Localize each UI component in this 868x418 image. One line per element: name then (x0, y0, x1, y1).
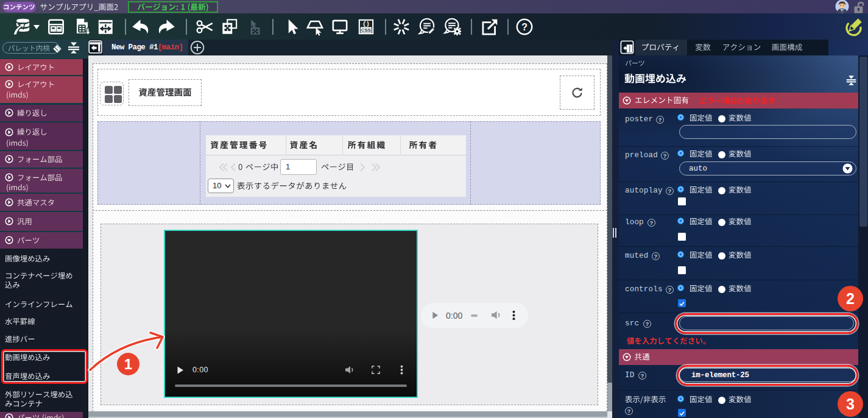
svg-text:{): {) (362, 21, 369, 27)
svg-text:CSS: CSS (361, 27, 371, 33)
svg-text:?: ? (521, 22, 528, 32)
